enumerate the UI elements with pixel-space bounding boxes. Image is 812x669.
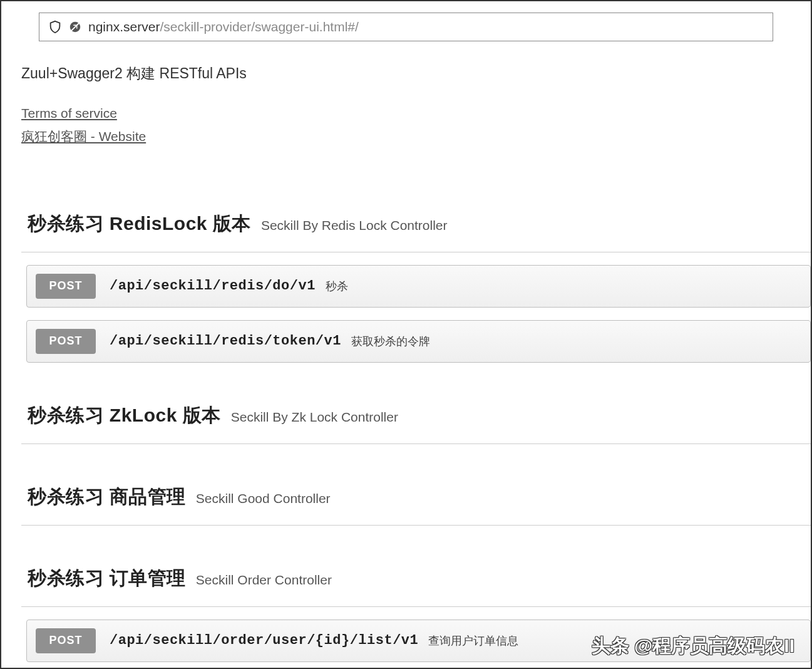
section-title: 秒杀练习 商品管理 (28, 484, 186, 510)
endpoint-row[interactable]: POST/api/seckill/redis/do/v1秒杀 (26, 265, 811, 308)
method-badge: POST (36, 274, 96, 299)
header-links: Terms of service 疯狂创客圈 - Website (21, 102, 811, 148)
section-header[interactable]: 秒杀练习 ZkLock 版本Seckill By Zk Lock Control… (21, 388, 811, 444)
endpoint-row[interactable]: POST/api/seckill/redis/token/v1获取秒杀的令牌 (26, 320, 811, 363)
section-desc: Seckill By Zk Lock Controller (231, 410, 398, 425)
section-header[interactable]: 秒杀练习 商品管理Seckill Good Controller (21, 469, 811, 526)
endpoint-row[interactable]: POST/api/seckill/order/user/{id}/list/v1… (26, 620, 811, 662)
section-title: 秒杀练习 RedisLock 版本 (28, 211, 251, 237)
sections-container: 秒杀练习 RedisLock 版本Seckill By Redis Lock C… (21, 196, 811, 670)
terms-link[interactable]: Terms of service (21, 102, 117, 125)
section-desc: Seckill Order Controller (196, 573, 332, 588)
endpoint-path: /api/seckill/order/user/{id}/list/v1 (110, 633, 418, 648)
section-desc: Seckill By Redis Lock Controller (261, 218, 448, 233)
url-bar-container: nginx.server/seckill-provider/swagger-ui… (1, 1, 811, 45)
url-path: /seckill-provider/swagger-ui.html#/ (160, 19, 358, 34)
app-frame: nginx.server/seckill-provider/swagger-ui… (0, 0, 812, 669)
section-desc: Seckill Good Controller (196, 491, 331, 506)
section-block: 秒杀练习 商品管理Seckill Good Controller (21, 469, 811, 526)
url-text: nginx.server/seckill-provider/swagger-ui… (88, 19, 359, 34)
endpoint-path: /api/seckill/redis/do/v1 (110, 278, 316, 294)
endpoint-desc: 查询用户订单信息 (428, 633, 518, 648)
section-title: 秒杀练习 订单管理 (28, 566, 186, 591)
shield-icon (48, 20, 62, 34)
page-body: Zuul+Swagger2 构建 RESTful APIs Terms of s… (1, 45, 811, 669)
endpoint-path: /api/seckill/redis/token/v1 (110, 333, 341, 349)
section-header[interactable]: 秒杀练习 RedisLock 版本Seckill By Redis Lock C… (21, 196, 811, 252)
section-header[interactable]: 秒杀练习 订单管理Seckill Order Controller (21, 551, 811, 607)
method-badge: POST (36, 628, 96, 653)
section-block: 秒杀练习 ZkLock 版本Seckill By Zk Lock Control… (21, 388, 811, 444)
section-title: 秒杀练习 ZkLock 版本 (28, 403, 221, 428)
page-title: Zuul+Swagger2 构建 RESTful APIs (21, 64, 811, 83)
url-domain: nginx.server (88, 19, 160, 34)
method-badge: POST (36, 329, 96, 354)
endpoint-desc: 秒杀 (326, 279, 348, 294)
section-block: 秒杀练习 订单管理Seckill Order ControllerPOST/ap… (21, 551, 811, 670)
permissions-icon[interactable] (68, 20, 82, 34)
url-bar[interactable]: nginx.server/seckill-provider/swagger-ui… (39, 13, 773, 41)
section-block: 秒杀练习 RedisLock 版本Seckill By Redis Lock C… (21, 196, 811, 363)
website-link[interactable]: 疯狂创客圈 - Website (21, 125, 146, 148)
endpoint-desc: 获取秒杀的令牌 (351, 334, 430, 349)
